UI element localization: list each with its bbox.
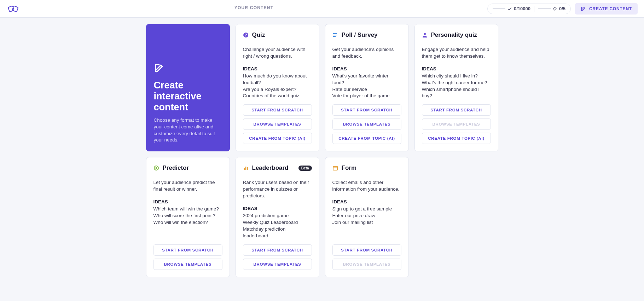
browse-templates-button: BROWSE TEMPLATES — [332, 259, 401, 270]
svg-rect-11 — [245, 167, 246, 170]
check-icon — [507, 7, 512, 11]
create-ai-button[interactable]: CREATE FROM TOPIC (AI) — [332, 133, 401, 144]
create-ai-button[interactable]: CREATE FROM TOPIC (AI) — [243, 133, 312, 144]
browse-templates-button[interactable]: BROWSE TEMPLATES — [153, 259, 222, 270]
content-grid: Create interactive content Choose any fo… — [142, 24, 503, 277]
question-icon: ? — [243, 32, 249, 38]
card-desc: Rank your users based on their performan… — [243, 179, 312, 199]
calendar-icon — [332, 165, 338, 171]
start-scratch-button[interactable]: START FROM SCRATCH — [332, 104, 401, 116]
ideas-label: IDEAS — [422, 66, 491, 71]
idea-item: Vote for player of the game — [332, 93, 401, 99]
idea-item: Join our mailing list — [332, 219, 401, 226]
list-icon — [332, 32, 338, 38]
idea-item: Which team will win the game? — [153, 206, 222, 213]
nav-label[interactable]: YOUR CONTENT — [234, 5, 273, 12]
card-desc: Let your audience predict the final resu… — [153, 179, 222, 193]
card-leaderboard: Leaderboard Beta Rank your users based o… — [236, 157, 319, 277]
card-desc: Get your audience's opinions and feedbac… — [332, 46, 401, 60]
card-title: Poll / Survey — [342, 31, 378, 39]
browse-templates-button[interactable]: BROWSE TEMPLATES — [332, 118, 401, 130]
svg-rect-12 — [247, 167, 248, 170]
card-title: Leaderboard — [252, 164, 289, 172]
idea-item: Are you a Royals expert? — [243, 86, 312, 93]
hero-desc: Choose any format to make your content c… — [154, 117, 222, 144]
svg-point-9 — [155, 167, 157, 169]
card-title: Form — [342, 164, 357, 172]
counter-responses: 0/10000 — [493, 6, 530, 11]
target-icon — [153, 165, 159, 171]
counter-value: 0/10000 — [514, 6, 530, 11]
create-content-button[interactable]: CREATE CONTENT — [575, 3, 638, 15]
idea-item: Rate our service — [332, 86, 401, 93]
idea-item: Matchday prediction leaderboard — [243, 226, 312, 239]
app-header: YOUR CONTENT 0/10000 0/5 CREATE CONTENT — [0, 0, 644, 18]
idea-item: 2024 prediction game — [243, 213, 312, 219]
idea-item: Weekly Quiz Leaderboard — [243, 219, 312, 226]
card-poll: Poll / Survey Get your audience's opinio… — [325, 24, 409, 151]
browse-templates-button: BROWSE TEMPLATES — [422, 118, 491, 130]
edit-icon — [581, 6, 586, 12]
card-quiz: ? Quiz Challenge your audience with righ… — [236, 24, 319, 151]
hero-card: Create interactive content Choose any fo… — [146, 24, 230, 151]
edit-icon — [154, 62, 222, 75]
idea-item: Which city should I live in? — [422, 73, 491, 80]
idea-item: What's the right career for me? — [422, 80, 491, 86]
card-title: Predictor — [163, 164, 189, 172]
start-scratch-button[interactable]: START FROM SCRATCH — [332, 244, 401, 256]
card-desc: Collect emails and other information fro… — [332, 179, 401, 193]
svg-point-7 — [424, 33, 426, 35]
card-form: Form Collect emails and other informatio… — [325, 157, 409, 277]
idea-item: Enter our prize draw — [332, 213, 401, 219]
card-predictor: Predictor Let your audience predict the … — [146, 157, 230, 277]
idea-item: How much do you know about football? — [243, 73, 312, 86]
start-scratch-button[interactable]: START FROM SCRATCH — [243, 104, 312, 116]
bars-icon — [243, 165, 249, 171]
idea-item: Which smartphone should I buy? — [422, 86, 491, 100]
ideas-label: IDEAS — [153, 199, 222, 204]
card-desc: Challenge your audience with right / wro… — [243, 46, 312, 60]
svg-text:?: ? — [244, 33, 247, 37]
start-scratch-button[interactable]: START FROM SCRATCH — [153, 244, 222, 256]
counter-items: 0/5 — [538, 6, 565, 11]
card-personality: Personality quiz Engage your audience an… — [414, 24, 498, 151]
svg-rect-14 — [333, 166, 337, 168]
idea-item: Who will score the first point? — [153, 213, 222, 219]
svg-rect-10 — [244, 168, 245, 170]
create-content-label: CREATE CONTENT — [589, 6, 632, 11]
browse-templates-button[interactable]: BROWSE TEMPLATES — [243, 259, 312, 270]
start-scratch-button[interactable]: START FROM SCRATCH — [243, 244, 312, 256]
create-ai-button[interactable]: CREATE FROM TOPIC (AI) — [422, 133, 491, 144]
idea-item: Countries of the world quiz — [243, 93, 312, 99]
idea-item: Sign up to get a free sample — [332, 206, 401, 213]
card-desc: Engage your audience and help them get t… — [422, 46, 491, 60]
counter-value: 0/5 — [559, 6, 565, 11]
ideas-label: IDEAS — [332, 66, 401, 71]
svg-rect-1 — [12, 6, 18, 12]
usage-counters: 0/10000 0/5 — [487, 4, 571, 14]
ideas-label: IDEAS — [243, 206, 312, 211]
card-title: Quiz — [252, 31, 265, 39]
idea-item: What's your favorite winter food? — [332, 73, 401, 86]
card-title: Personality quiz — [431, 31, 477, 39]
ideas-label: IDEAS — [332, 199, 401, 204]
idea-item: Who will win the election? — [153, 219, 222, 226]
ideas-label: IDEAS — [243, 66, 312, 71]
person-icon — [422, 32, 428, 38]
diamond-icon — [553, 7, 557, 11]
browse-templates-button[interactable]: BROWSE TEMPLATES — [243, 118, 312, 130]
start-scratch-button[interactable]: START FROM SCRATCH — [422, 104, 491, 116]
beta-badge: Beta — [298, 166, 312, 171]
hero-title: Create interactive content — [154, 80, 222, 113]
logo[interactable] — [6, 4, 21, 14]
